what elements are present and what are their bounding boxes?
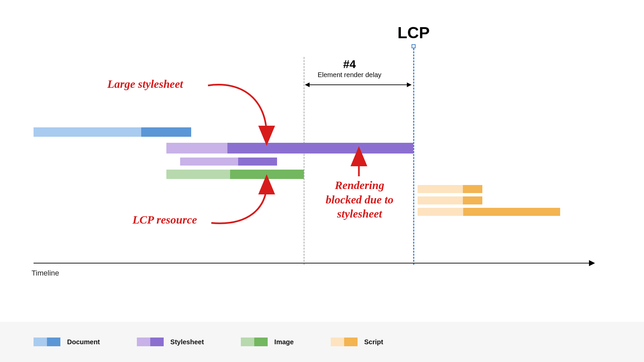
swatch-image-icon [241,338,268,346]
phase4-number: #4 [299,58,400,71]
arrow-large-stylesheet-icon [208,79,282,142]
legend-item-stylesheet: Stylesheet [137,338,204,346]
bar-small-stylesheet [180,158,277,166]
swatch-script-icon [331,338,358,346]
legend-item-document: Document [34,338,100,346]
legend-label-script: Script [364,338,383,346]
annotation-large-stylesheet: Large stylesheet [107,77,215,92]
legend-item-image: Image [241,338,294,346]
bar-large-stylesheet [166,143,413,154]
axis-label: Timeline [32,269,59,278]
bar-lcp-image [166,170,304,179]
bar-script-2 [418,196,482,204]
annotation-rendering-blocked: Rendering blocked due to stylesheet [309,178,410,221]
phase4-label: Element render delay [299,71,400,79]
bar-script-3 [418,208,560,216]
legend-label-image: Image [274,338,294,346]
lcp-line [413,48,414,265]
legend-label-stylesheet: Stylesheet [170,338,204,346]
arrow-rendering-blocked-icon [355,154,365,178]
lcp-marker-icon [412,44,416,48]
legend-label-document: Document [67,338,100,346]
swatch-stylesheet-icon [137,338,164,346]
annotation-lcp-resource: LCP resource [132,213,233,227]
lcp-title: LCP [397,23,430,42]
chart-area: LCP #4 Element render delay Large styles… [34,27,610,278]
legend-item-script: Script [331,338,383,346]
bar-document [34,127,191,137]
bar-script-1 [418,185,482,193]
legend: Document Stylesheet Image Script [0,322,644,362]
timeline-axis [34,263,590,263]
swatch-document-icon [34,338,60,346]
render-block-start-line [304,57,305,265]
phase4-span-arrow-icon [305,84,411,85]
